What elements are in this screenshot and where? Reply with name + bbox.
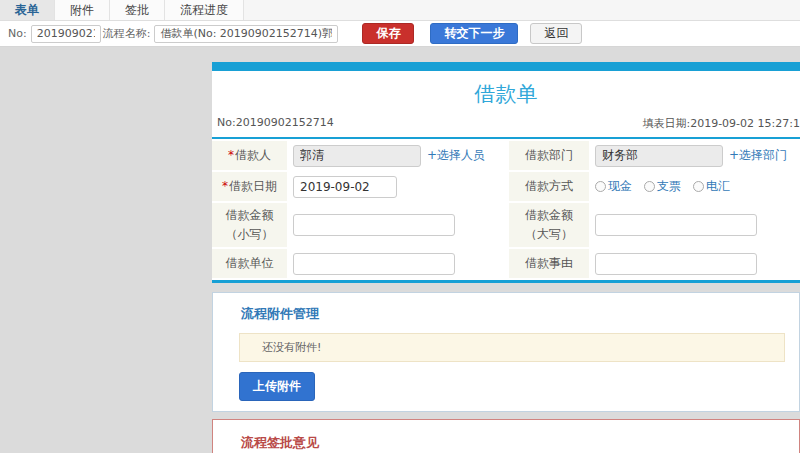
tab-attachments[interactable]: 附件 xyxy=(55,0,110,20)
page-title: 借款单 xyxy=(212,71,800,116)
select-department-link[interactable]: +选择部门 xyxy=(729,147,787,164)
save-button[interactable]: 保存 xyxy=(362,23,414,44)
tab-progress[interactable]: 流程进度 xyxy=(165,0,244,20)
no-label: No: xyxy=(8,27,27,40)
department-label: 借款部门 xyxy=(509,141,589,170)
radio-wire-transfer[interactable]: 电汇 xyxy=(693,178,730,195)
form-meta-row: No:20190902152714 填表日期:2019-09-02 15:27:… xyxy=(212,116,800,137)
radio-cash[interactable]: 现金 xyxy=(595,178,632,195)
forward-next-step-button[interactable]: 转交下一步 xyxy=(430,23,518,44)
loan-form-panel: 借款单 No:20190902152714 填表日期:2019-09-02 15… xyxy=(212,62,800,283)
amount-lowercase-label: 借款金额（小写） xyxy=(212,203,287,247)
form-date-text: 填表日期:2019-09-02 15:27:1 xyxy=(642,116,800,131)
loan-method-label: 借款方式 xyxy=(509,172,589,201)
approval-panel: 流程签批意见 B I abc xyxy=(212,419,800,453)
form-grid: *借款人 +选择人员 借款部门 +选择部门 *借款日期 借款方式 xyxy=(212,139,800,278)
amount-lowercase-input[interactable] xyxy=(293,214,455,236)
no-input[interactable] xyxy=(31,25,101,43)
loan-date-label: *借款日期 xyxy=(212,172,287,201)
radio-circle-icon xyxy=(693,181,704,192)
borrower-label: *借款人 xyxy=(212,141,287,170)
loan-date-input[interactable] xyxy=(293,176,397,198)
loan-reason-label: 借款事由 xyxy=(509,249,589,278)
loan-unit-label: 借款单位 xyxy=(212,249,287,278)
approval-heading: 流程签批意见 xyxy=(241,434,799,452)
loan-method-radios: 现金 支票 电汇 xyxy=(591,172,800,201)
upload-attachment-button[interactable]: 上传附件 xyxy=(239,372,315,401)
flow-name-input[interactable] xyxy=(154,25,338,43)
flow-name-label: 流程名称: xyxy=(103,26,151,41)
attachment-panel: 流程附件管理 还没有附件! 上传附件 xyxy=(212,292,800,412)
department-input[interactable] xyxy=(595,145,723,167)
tab-bar: 表单 附件 签批 流程进度 xyxy=(0,0,800,21)
divider xyxy=(212,280,800,283)
radio-circle-icon xyxy=(595,181,606,192)
no-attachment-notice: 还没有附件! xyxy=(239,333,785,362)
tab-form[interactable]: 表单 xyxy=(0,0,55,20)
amount-uppercase-input[interactable] xyxy=(595,214,757,236)
required-mark: * xyxy=(222,179,228,193)
amount-uppercase-label: 借款金额（大写） xyxy=(509,203,589,247)
main-content: 借款单 No:20190902152714 填表日期:2019-09-02 15… xyxy=(212,62,800,453)
panel-top-accent xyxy=(212,62,800,71)
loan-unit-input[interactable] xyxy=(293,253,455,275)
select-person-link[interactable]: +选择人员 xyxy=(427,147,485,164)
tab-approval[interactable]: 签批 xyxy=(110,0,165,20)
borrower-input[interactable] xyxy=(293,145,421,167)
radio-cheque[interactable]: 支票 xyxy=(644,178,681,195)
attachment-heading: 流程附件管理 xyxy=(241,305,799,323)
back-button[interactable]: 返回 xyxy=(530,23,582,44)
required-mark: * xyxy=(228,148,234,162)
form-number-text: No:20190902152714 xyxy=(217,116,334,131)
action-toolbar: No: 流程名称: 保存 转交下一步 返回 xyxy=(0,21,800,47)
radio-circle-icon xyxy=(644,181,655,192)
loan-reason-input[interactable] xyxy=(595,253,757,275)
